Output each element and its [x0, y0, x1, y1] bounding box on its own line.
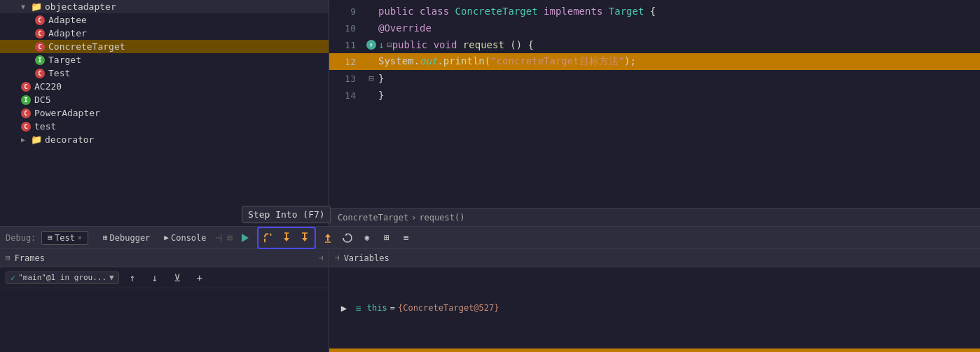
lines-button[interactable]: ≡	[397, 229, 415, 247]
breadcrumb-method: request()	[419, 213, 464, 223]
thread-dropdown[interactable]: ✓ "main"@1 in grou... ▼	[6, 272, 119, 284]
debug-panel: Debug: ⊞ Test × ⊞ Debugger ▶ Console ⊣ ≡	[0, 226, 980, 352]
tree-label: Adapter	[48, 28, 87, 38]
code-line-10: 10 @Override	[329, 20, 980, 36]
tree-label: Adaptee	[48, 15, 87, 25]
thread-filter-button[interactable]: ⊻	[168, 269, 186, 287]
breakpoint-arrow-marker: ↑	[364, 40, 378, 50]
breadcrumb: ConcreteTarget › request()	[329, 208, 980, 226]
dropdown-arrow-icon: ▼	[109, 273, 114, 282]
tree-label: Target	[48, 55, 81, 65]
variables-panel: ⊣ Variables ▶ ≡ this = {ConcreteTarget@5…	[329, 249, 980, 352]
tree-item-objectadapter[interactable]: ▼ 📁 objectadapter	[0, 0, 329, 13]
frames-header: ⊞ Frames ⊣	[0, 249, 329, 267]
step-into-button[interactable]: Step Into (F7)	[277, 229, 296, 247]
tree-item-concretetarget[interactable]: C ConcreteTarget	[0, 40, 329, 53]
tree-label: Test	[48, 68, 70, 78]
tree-item-dc5[interactable]: I DC5	[0, 93, 329, 106]
tree-item-poweradapter[interactable]: C PowerAdapter	[0, 106, 329, 120]
arrow-icon: ▼	[21, 3, 29, 10]
tree-label: AC220	[34, 81, 62, 92]
code-text: @Override	[378, 22, 432, 34]
frames-pin-icon: ⊞	[6, 253, 11, 262]
debug-arrow-icon: ↓	[378, 39, 384, 50]
code-text: System.out.println("concreteTarget目标方法")…	[378, 55, 636, 68]
fold-icon: ⊟	[387, 40, 392, 50]
grid-icon: ⊞	[384, 232, 389, 243]
run-to-button[interactable]	[338, 229, 357, 247]
thread-down-button[interactable]: ↓	[146, 269, 164, 287]
code-editor: 9 public class ConcreteTarget implements…	[329, 0, 980, 226]
debug-tabs-bar: Debug: ⊞ Test × ⊞ Debugger ▶ Console ⊣ ≡	[0, 227, 980, 249]
close-tab-icon[interactable]: ×	[78, 234, 82, 241]
tree-item-adaptee[interactable]: C Adaptee	[0, 13, 329, 27]
toolbar-separator2: ≡	[226, 231, 233, 244]
code-line-13: 13 ⊟ }	[329, 70, 980, 87]
tab-console[interactable]: ▶ Console	[158, 231, 212, 245]
arrow-icon: ▶	[21, 136, 29, 143]
code-text: public void request () {	[392, 39, 534, 50]
debug-bottom: ⊞ Frames ⊣ ✓ "main"@1 in grou... ▼ ↑ ↓ ⊻…	[0, 249, 980, 352]
tab-debugger[interactable]: ⊞ Debugger	[97, 231, 156, 245]
variables-label: Variables	[344, 253, 389, 263]
class-icon: C	[35, 42, 45, 52]
tree-label: ConcreteTarget	[48, 41, 125, 52]
tree-label: DC5	[34, 94, 50, 105]
debug-label: Debug:	[6, 233, 36, 243]
resume-button[interactable]	[236, 229, 254, 247]
step-into-icon	[280, 232, 293, 244]
line-number: 13	[335, 73, 356, 84]
breakpoint-icon: ↑	[366, 40, 376, 50]
code-text: }	[378, 73, 384, 84]
thread-check-icon: ✓	[11, 273, 15, 283]
list-icon: ≡	[356, 303, 361, 314]
step-out-button[interactable]	[319, 229, 337, 247]
line-number: 14	[335, 90, 356, 101]
thread-add-button[interactable]: +	[191, 269, 209, 287]
frames-label: Frames	[15, 253, 45, 263]
debug-toolbar: ⊞ Debugger ▶ Console ⊣ ≡	[97, 227, 415, 249]
line-number: 9	[335, 6, 356, 17]
evaluate-icon: ✱	[364, 232, 370, 243]
tree-item-adapter[interactable]: C Adapter	[0, 27, 329, 40]
line-number: 10	[335, 23, 356, 34]
tree-label: PowerAdapter	[34, 108, 100, 118]
orange-bar	[329, 349, 980, 352]
interface-icon: I	[35, 55, 45, 65]
step-into2-icon	[298, 232, 311, 244]
step-over-button[interactable]	[259, 229, 277, 247]
tree-item-decorator[interactable]: ▶ 📁 decorator	[0, 133, 329, 146]
code-line-11: 11 ↑ ↓ ⊟ public void request () {	[329, 36, 980, 53]
resume-icon	[240, 232, 251, 244]
tree-item-ac220[interactable]: C AC220	[0, 80, 329, 93]
tree-item-test[interactable]: C Test	[0, 66, 329, 80]
lines-icon: ≡	[403, 232, 409, 243]
debug-tab-test[interactable]: ⊞ Test ×	[41, 231, 88, 245]
play-vars-button[interactable]: ▶	[335, 299, 353, 317]
var-name: this	[367, 303, 387, 313]
class-icon: C	[21, 82, 31, 92]
var-value: {ConcreteTarget@527}	[398, 303, 499, 313]
tree-item-test2[interactable]: C test	[0, 120, 329, 133]
breadcrumb-class: ConcreteTarget	[338, 213, 408, 223]
code-line-12: 12 System.out.println("concreteTarget目标方…	[329, 53, 980, 70]
frames-panel: ⊞ Frames ⊣ ✓ "main"@1 in grou... ▼ ↑ ↓ ⊻…	[0, 249, 329, 352]
tree-label: test	[34, 121, 56, 132]
code-text: }	[378, 90, 384, 101]
thread-up-button[interactable]: ↑	[123, 269, 142, 287]
tree-item-target[interactable]: I Target	[0, 53, 329, 66]
tree-label: decorator	[45, 134, 94, 145]
grid-button[interactable]: ⊞	[378, 229, 396, 247]
class-icon: C	[21, 108, 31, 118]
line-number: 11	[335, 40, 356, 50]
var-equals: =	[390, 303, 395, 313]
line-marker: ⊟	[364, 73, 378, 83]
fold-icon: ⊟	[368, 73, 373, 83]
evaluate-button[interactable]: ✱	[358, 229, 376, 247]
thread-name: "main"@1 in grou...	[18, 273, 106, 282]
frames-pin[interactable]: ⊣	[319, 254, 323, 262]
step-into2-button[interactable]	[296, 229, 314, 247]
class-icon: C	[35, 29, 45, 38]
step-into-group: Step Into (F7)	[257, 227, 316, 249]
class-icon: C	[35, 69, 45, 78]
